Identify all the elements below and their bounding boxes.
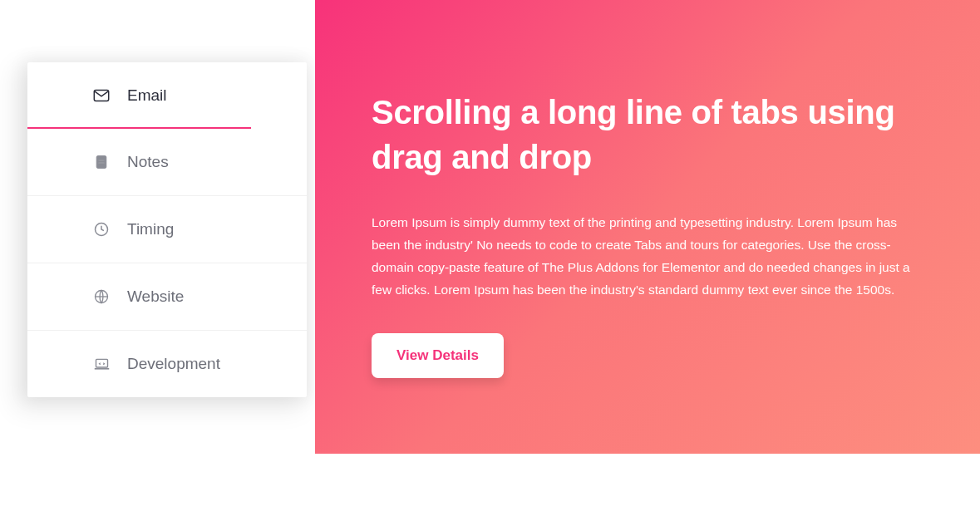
envelope-icon bbox=[92, 86, 111, 105]
tab-label: Timing bbox=[127, 220, 174, 238]
sidebar-tabs: Email Notes Timing Webs bbox=[27, 62, 307, 397]
tab-development[interactable]: Development bbox=[27, 331, 307, 397]
tab-label: Development bbox=[127, 355, 220, 373]
content-body: Lorem Ipsum is simply dummy text of the … bbox=[372, 211, 923, 302]
svg-rect-0 bbox=[94, 91, 108, 101]
tab-timing[interactable]: Timing bbox=[27, 196, 307, 263]
tab-label: Website bbox=[127, 288, 184, 306]
view-details-button[interactable]: View Details bbox=[372, 333, 504, 378]
svg-rect-6 bbox=[96, 359, 107, 367]
svg-rect-3 bbox=[99, 162, 105, 163]
globe-icon bbox=[92, 288, 111, 306]
content-panel: Scrolling a long line of tabs using drag… bbox=[315, 0, 980, 454]
clock-icon bbox=[92, 220, 111, 238]
tab-label: Email bbox=[127, 86, 167, 105]
tab-label: Notes bbox=[127, 153, 169, 171]
svg-rect-2 bbox=[99, 160, 105, 161]
tab-email[interactable]: Email bbox=[27, 62, 307, 129]
content-title: Scrolling a long line of tabs using drag… bbox=[372, 90, 923, 179]
laptop-icon bbox=[92, 355, 111, 373]
notes-icon bbox=[92, 153, 111, 171]
tab-notes[interactable]: Notes bbox=[27, 129, 307, 196]
tab-website[interactable]: Website bbox=[27, 263, 307, 331]
